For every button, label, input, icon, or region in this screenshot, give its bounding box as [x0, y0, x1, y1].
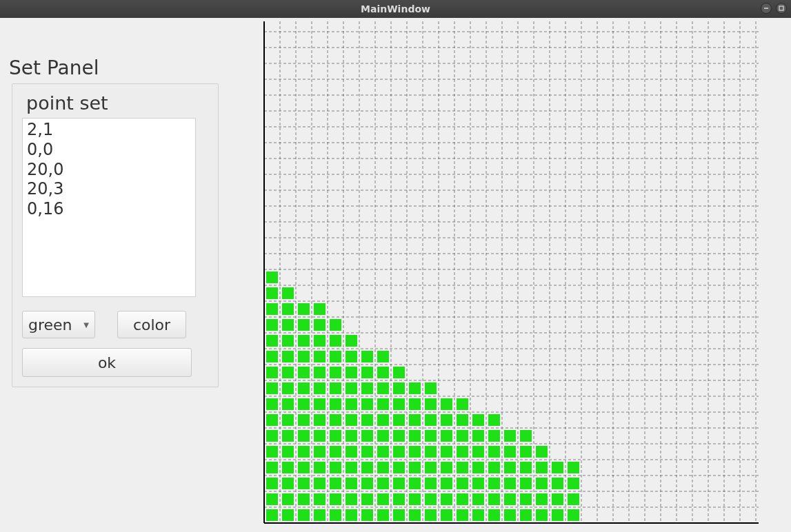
svg-rect-138 — [441, 462, 452, 473]
svg-rect-171 — [361, 430, 373, 442]
svg-rect-118 — [441, 478, 452, 489]
svg-rect-189 — [377, 414, 389, 426]
svg-rect-82 — [504, 509, 516, 521]
ok-button[interactable]: ok — [22, 348, 192, 377]
svg-rect-141 — [488, 462, 500, 473]
svg-rect-200 — [314, 398, 326, 410]
svg-rect-160 — [472, 446, 484, 458]
svg-rect-71 — [330, 509, 341, 521]
svg-rect-121 — [488, 478, 500, 489]
svg-rect-221 — [266, 367, 278, 378]
svg-rect-183 — [282, 414, 294, 426]
panel-heading: Set Panel — [9, 57, 99, 79]
svg-rect-161 — [488, 446, 500, 458]
svg-rect-186 — [330, 414, 341, 426]
svg-rect-168 — [314, 430, 326, 442]
svg-rect-201 — [330, 398, 341, 410]
svg-rect-129 — [298, 462, 310, 473]
svg-rect-167 — [298, 430, 310, 442]
svg-rect-217 — [377, 382, 389, 394]
svg-rect-116 — [409, 478, 421, 489]
window-maximize-button[interactable] — [776, 3, 787, 14]
svg-rect-88 — [282, 493, 294, 505]
svg-rect-251 — [298, 303, 310, 315]
svg-rect-218 — [393, 382, 405, 394]
svg-rect-190 — [393, 414, 405, 426]
set-panel: point set green ▼ color ok — [12, 83, 219, 387]
svg-rect-83 — [520, 509, 532, 521]
svg-rect-115 — [393, 478, 405, 489]
svg-rect-90 — [314, 493, 326, 505]
color-select[interactable]: green ▼ — [22, 311, 95, 338]
svg-rect-181 — [520, 430, 532, 442]
svg-rect-198 — [282, 398, 294, 410]
svg-rect-132 — [346, 462, 357, 473]
svg-rect-235 — [346, 351, 357, 362]
svg-rect-194 — [457, 414, 468, 426]
svg-rect-176 — [441, 430, 452, 442]
svg-rect-208 — [441, 398, 452, 410]
svg-rect-137 — [425, 462, 437, 473]
svg-rect-204 — [377, 398, 389, 410]
svg-rect-144 — [536, 462, 548, 473]
svg-rect-67 — [266, 509, 278, 521]
svg-rect-150 — [314, 446, 326, 458]
svg-rect-130 — [314, 462, 326, 473]
svg-rect-247 — [314, 319, 326, 331]
svg-rect-226 — [346, 367, 357, 378]
svg-rect-70 — [314, 509, 326, 521]
svg-rect-214 — [330, 382, 341, 394]
svg-rect-191 — [409, 414, 421, 426]
svg-rect-255 — [266, 272, 278, 283]
svg-rect-252 — [314, 303, 326, 315]
svg-rect-179 — [488, 430, 500, 442]
svg-rect-199 — [298, 398, 310, 410]
svg-rect-177 — [457, 430, 468, 442]
svg-rect-163 — [520, 446, 532, 458]
svg-rect-149 — [298, 446, 310, 458]
svg-rect-216 — [361, 382, 373, 394]
svg-rect-243 — [346, 335, 357, 347]
svg-rect-158 — [441, 446, 452, 458]
svg-rect-104 — [536, 493, 548, 505]
svg-rect-77 — [425, 509, 437, 521]
maximize-icon — [778, 5, 785, 12]
svg-rect-117 — [425, 478, 437, 489]
svg-rect-155 — [393, 446, 405, 458]
svg-rect-250 — [282, 303, 294, 315]
svg-rect-172 — [377, 430, 389, 442]
svg-rect-135 — [393, 462, 405, 473]
svg-rect-97 — [425, 493, 437, 505]
svg-rect-93 — [361, 493, 373, 505]
svg-rect-184 — [298, 414, 310, 426]
svg-rect-156 — [409, 446, 421, 458]
svg-rect-85 — [552, 509, 563, 521]
svg-rect-227 — [361, 367, 373, 378]
svg-rect-109 — [298, 478, 310, 489]
svg-rect-241 — [314, 335, 326, 347]
svg-rect-239 — [282, 335, 294, 347]
window-minimize-button[interactable] — [761, 3, 772, 14]
svg-rect-233 — [314, 351, 326, 362]
svg-rect-112 — [346, 478, 357, 489]
svg-rect-80 — [472, 509, 484, 521]
point-set-input[interactable] — [22, 118, 196, 297]
svg-rect-96 — [409, 493, 421, 505]
color-button[interactable]: color — [117, 311, 186, 338]
svg-rect-254 — [282, 287, 294, 299]
svg-rect-151 — [330, 446, 341, 458]
svg-rect-123 — [520, 478, 532, 489]
svg-rect-237 — [377, 351, 389, 362]
svg-rect-244 — [266, 319, 278, 331]
window-titlebar: MainWindow — [0, 0, 791, 18]
svg-rect-166 — [282, 430, 294, 442]
svg-rect-134 — [377, 462, 389, 473]
svg-rect-147 — [266, 446, 278, 458]
svg-rect-91 — [330, 493, 341, 505]
svg-rect-173 — [393, 430, 405, 442]
svg-rect-246 — [298, 319, 310, 331]
svg-rect-94 — [377, 493, 389, 505]
svg-rect-164 — [536, 446, 548, 458]
svg-rect-159 — [457, 446, 468, 458]
svg-rect-170 — [346, 430, 357, 442]
